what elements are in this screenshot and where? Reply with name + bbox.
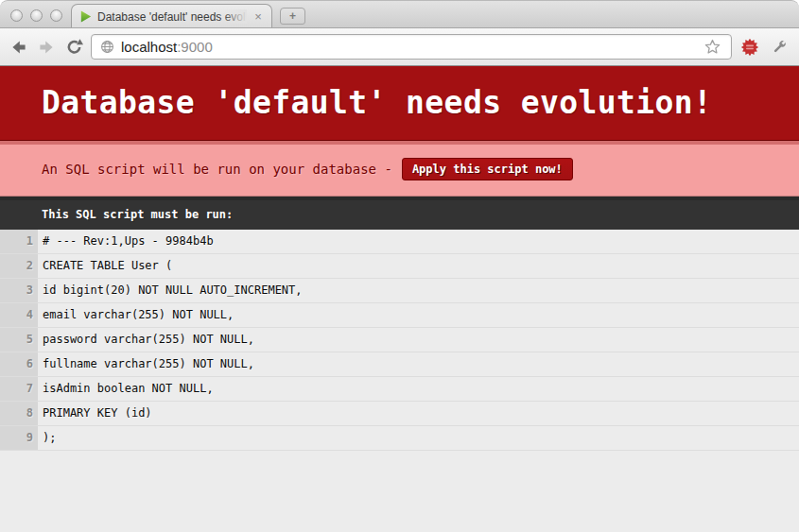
- reload-icon: [65, 38, 83, 56]
- browser-toolbar: localhost:9000: [0, 28, 799, 66]
- script-line: 3id bigint(20) NOT NULL AUTO_INCREMENT,: [0, 279, 799, 303]
- line-code: id bigint(20) NOT NULL AUTO_INCREMENT,: [38, 279, 307, 302]
- new-tab-button[interactable]: +: [280, 8, 305, 25]
- line-code: PRIMARY KEY (id): [38, 402, 157, 425]
- minimize-window-button[interactable]: [30, 9, 43, 22]
- script-header: This SQL script must be run:: [0, 197, 799, 230]
- tab-close-icon[interactable]: ×: [252, 10, 265, 23]
- url-text[interactable]: localhost:9000: [121, 39, 694, 55]
- line-number: 3: [0, 279, 38, 302]
- back-arrow-icon: [9, 38, 28, 57]
- bookmark-star-icon[interactable]: [701, 36, 723, 59]
- address-bar[interactable]: localhost:9000: [91, 34, 732, 60]
- tab-title-wrap: Database 'default' needs evol: [97, 9, 247, 24]
- script-line: 8PRIMARY KEY (id): [0, 402, 799, 426]
- url-host: localhost: [121, 39, 177, 55]
- wrench-menu-button[interactable]: [768, 36, 790, 59]
- url-port: :9000: [177, 39, 213, 55]
- line-number: 2: [0, 254, 38, 278]
- line-number: 6: [0, 352, 38, 376]
- line-number: 5: [0, 328, 38, 352]
- zoom-window-button[interactable]: [50, 9, 62, 22]
- line-number: 1: [0, 230, 38, 253]
- script-line: 1# --- Rev:1,Ups - 9984b4b: [0, 230, 799, 254]
- red-burst-icon: [740, 38, 759, 57]
- line-number: 8: [0, 402, 38, 425]
- wrench-icon: [771, 39, 788, 56]
- line-code: email varchar(255) NOT NULL,: [38, 303, 238, 327]
- line-code: # --- Rev:1,Ups - 9984b4b: [38, 230, 218, 253]
- script-line: 7isAdmin boolean NOT NULL,: [0, 377, 799, 402]
- script-line: 9);: [0, 426, 799, 451]
- extension-button[interactable]: [738, 36, 761, 59]
- line-code: fullname varchar(255) NOT NULL,: [38, 352, 259, 376]
- forward-arrow-icon: [37, 38, 56, 57]
- browser-window: Database 'default' needs evol × +: [0, 0, 799, 532]
- script-line: 2CREATE TABLE User (: [0, 254, 799, 279]
- play-favicon-icon: [78, 9, 93, 24]
- banner-text: An SQL script will be run on your databa…: [42, 162, 392, 177]
- evolution-script: 1# --- Rev:1,Ups - 9984b4b2CREATE TABLE …: [0, 230, 799, 451]
- script-line: 6fullname varchar(255) NOT NULL,: [0, 352, 799, 377]
- script-line: 5password varchar(255) NOT NULL,: [0, 328, 799, 352]
- close-window-button[interactable]: [10, 9, 23, 22]
- browser-tab[interactable]: Database 'default' needs evol ×: [71, 4, 272, 27]
- line-number: 9: [0, 426, 38, 450]
- forward-button[interactable]: [36, 37, 57, 58]
- line-code: isAdmin boolean NOT NULL,: [38, 377, 218, 401]
- line-code: password varchar(255) NOT NULL,: [38, 328, 259, 352]
- line-number: 4: [0, 303, 38, 327]
- globe-icon[interactable]: [99, 36, 114, 59]
- line-code: CREATE TABLE User (: [38, 254, 177, 278]
- page-title: Database 'default' needs evolution!: [0, 66, 799, 141]
- page-content: Database 'default' needs evolution! An S…: [0, 66, 799, 451]
- script-line: 4email varchar(255) NOT NULL,: [0, 303, 799, 328]
- window-controls: [10, 9, 62, 22]
- reload-button[interactable]: [63, 37, 84, 58]
- back-button[interactable]: [9, 37, 29, 58]
- line-number: 7: [0, 377, 38, 401]
- tab-strip: Database 'default' needs evol × +: [0, 0, 799, 28]
- line-code: );: [38, 426, 61, 450]
- apply-script-button[interactable]: Apply this script now!: [402, 158, 573, 180]
- tab-title-fade: [222, 9, 247, 24]
- evolution-banner: An SQL script will be run on your databa…: [0, 141, 799, 197]
